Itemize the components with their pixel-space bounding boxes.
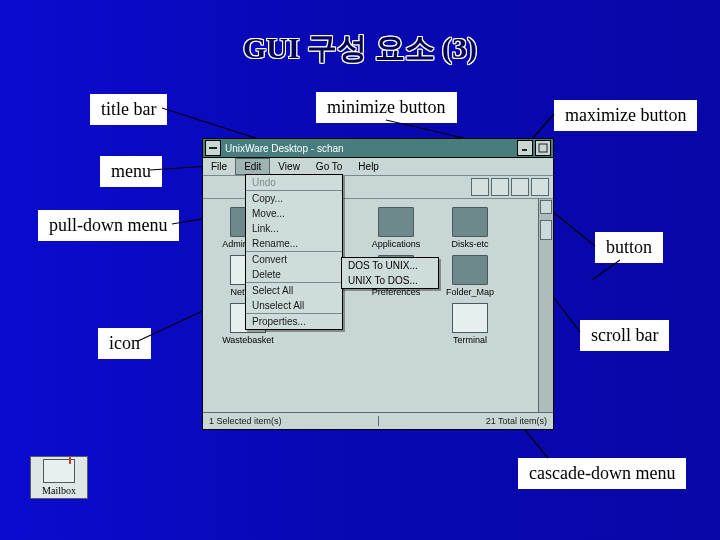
callout-title-bar: title bar bbox=[90, 94, 167, 125]
callout-scroll-bar: scroll bar bbox=[580, 320, 669, 351]
menu-file[interactable]: File bbox=[203, 158, 235, 175]
window-title: UnixWare Desktop - schan bbox=[225, 143, 515, 154]
callout-menu: menu bbox=[100, 156, 162, 187]
callout-icon: icon bbox=[98, 328, 151, 359]
folder-icon bbox=[452, 207, 488, 237]
toolbar-button[interactable] bbox=[491, 178, 509, 196]
desktop-icon[interactable]: Disks-etc bbox=[433, 207, 507, 249]
menu-item-select-all[interactable]: Select All bbox=[246, 282, 342, 298]
pulldown-menu[interactable]: Undo Copy... Move... Link... Rename... C… bbox=[245, 174, 343, 330]
desktop-icon[interactable]: Folder_Map bbox=[433, 255, 507, 297]
mailbox-desktop-icon[interactable]: Mailbox bbox=[30, 456, 88, 499]
callout-maximize-button: maximize button bbox=[554, 100, 697, 131]
menu-item-unselect-all[interactable]: Unselect All bbox=[246, 298, 342, 313]
toolbar-button[interactable] bbox=[531, 178, 549, 196]
system-menu-button[interactable] bbox=[205, 140, 221, 156]
menu-item-link[interactable]: Link... bbox=[246, 221, 342, 236]
menu-help[interactable]: Help bbox=[350, 158, 387, 175]
svg-line-6 bbox=[592, 260, 620, 280]
minimize-button[interactable] bbox=[517, 140, 533, 156]
vertical-scrollbar[interactable] bbox=[538, 199, 553, 413]
menu-item-move[interactable]: Move... bbox=[246, 206, 342, 221]
submenu-dos-to-unix[interactable]: DOS To UNIX... bbox=[342, 258, 438, 273]
mailbox-label: Mailbox bbox=[42, 485, 76, 496]
status-selected: 1 Selected item(s) bbox=[203, 416, 379, 426]
callout-pulldown-menu: pull-down menu bbox=[38, 210, 179, 241]
folder-icon bbox=[452, 255, 488, 285]
status-total: 21 Total item(s) bbox=[379, 416, 554, 426]
callout-cascade-down-menu: cascade-down menu bbox=[518, 458, 686, 489]
mailbox-icon bbox=[43, 459, 75, 483]
menu-view[interactable]: View bbox=[270, 158, 308, 175]
toolbar-button[interactable] bbox=[511, 178, 529, 196]
desktop-icon[interactable]: Applications bbox=[359, 207, 433, 249]
menu-item-rename[interactable]: Rename... bbox=[246, 236, 342, 251]
submenu-unix-to-dos[interactable]: UNIX To DOS... bbox=[342, 273, 438, 288]
svg-rect-12 bbox=[539, 144, 547, 152]
menu-item-properties[interactable]: Properties... bbox=[246, 313, 342, 329]
app-window: UnixWare Desktop - schan File Edit View … bbox=[202, 138, 554, 430]
status-bar: 1 Selected item(s) 21 Total item(s) bbox=[203, 412, 553, 429]
svg-rect-10 bbox=[209, 147, 217, 149]
callout-minimize-button: minimize button bbox=[316, 92, 457, 123]
terminal-icon bbox=[452, 303, 488, 333]
toolbar-button[interactable] bbox=[471, 178, 489, 196]
cascade-menu[interactable]: DOS To UNIX... UNIX To DOS... bbox=[341, 257, 439, 289]
maximize-button[interactable] bbox=[535, 140, 551, 156]
scroll-up-arrow[interactable] bbox=[540, 200, 552, 214]
menu-item-copy[interactable]: Copy... bbox=[246, 190, 342, 206]
folder-icon bbox=[378, 207, 414, 237]
desktop-icon[interactable]: Terminal bbox=[433, 303, 507, 345]
menu-item-convert[interactable]: Convert bbox=[246, 251, 342, 267]
menu-item-delete[interactable]: Delete bbox=[246, 267, 342, 282]
svg-rect-11 bbox=[522, 149, 527, 151]
menu-edit[interactable]: Edit bbox=[235, 158, 270, 175]
scroll-thumb[interactable] bbox=[540, 220, 552, 240]
menu-item-undo[interactable]: Undo bbox=[246, 175, 342, 190]
callout-button: button bbox=[595, 232, 663, 263]
title-bar[interactable]: UnixWare Desktop - schan bbox=[203, 139, 553, 158]
menu-goto[interactable]: Go To bbox=[308, 158, 351, 175]
slide-title: GUI 구성 요소 (3) bbox=[0, 28, 720, 69]
